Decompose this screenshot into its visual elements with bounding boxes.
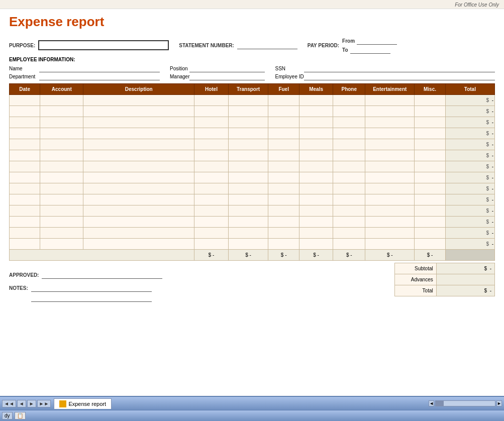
- row-cell[interactable]: [228, 194, 268, 205]
- row-cell[interactable]: [228, 172, 268, 183]
- row-cell[interactable]: [83, 194, 194, 205]
- row-cell[interactable]: [228, 228, 268, 239]
- row-cell[interactable]: [194, 217, 229, 228]
- row-cell[interactable]: [83, 128, 194, 139]
- row-cell[interactable]: [299, 106, 333, 117]
- row-cell[interactable]: [83, 161, 194, 172]
- pay-period-from-input[interactable]: [357, 37, 397, 45]
- row-cell[interactable]: [194, 194, 229, 205]
- row-cell[interactable]: [415, 228, 445, 239]
- row-cell[interactable]: [40, 217, 83, 228]
- row-cell[interactable]: [228, 205, 268, 217]
- row-cell[interactable]: [299, 217, 333, 228]
- row-cell[interactable]: [40, 117, 83, 128]
- row-cell[interactable]: [299, 128, 333, 139]
- row-cell[interactable]: [83, 228, 194, 239]
- row-cell[interactable]: [333, 183, 365, 194]
- table-row[interactable]: $ -: [10, 228, 495, 239]
- row-cell[interactable]: [40, 194, 83, 205]
- row-cell[interactable]: [83, 150, 194, 161]
- row-cell[interactable]: [10, 128, 40, 139]
- row-cell[interactable]: [365, 172, 415, 183]
- row-cell[interactable]: [365, 183, 415, 194]
- row-cell[interactable]: [83, 172, 194, 183]
- row-cell[interactable]: [83, 205, 194, 217]
- row-cell[interactable]: [415, 183, 445, 194]
- table-row[interactable]: $ -: [10, 150, 495, 161]
- row-cell[interactable]: [415, 106, 445, 117]
- notes-input-1[interactable]: [31, 284, 152, 292]
- row-cell[interactable]: [299, 239, 333, 250]
- row-cell[interactable]: [365, 217, 415, 228]
- row-cell[interactable]: [415, 128, 445, 139]
- row-cell[interactable]: [299, 139, 333, 150]
- nav-last-button[interactable]: ►►: [37, 400, 51, 407]
- nav-prev-button[interactable]: ◄: [17, 400, 26, 407]
- row-cell[interactable]: [10, 183, 40, 194]
- row-cell[interactable]: [268, 217, 299, 228]
- row-cell[interactable]: [268, 106, 299, 117]
- row-cell[interactable]: [365, 128, 415, 139]
- row-cell[interactable]: [83, 95, 194, 106]
- row-cell[interactable]: [299, 95, 333, 106]
- row-cell[interactable]: [40, 172, 83, 183]
- row-cell[interactable]: [333, 161, 365, 172]
- row-cell[interactable]: [268, 161, 299, 172]
- row-cell[interactable]: [228, 139, 268, 150]
- row-cell[interactable]: [365, 228, 415, 239]
- row-cell[interactable]: [83, 106, 194, 117]
- scroll-left-button[interactable]: ◄: [429, 400, 434, 406]
- row-cell[interactable]: [365, 161, 415, 172]
- row-cell[interactable]: [365, 239, 415, 250]
- row-cell[interactable]: [268, 150, 299, 161]
- row-cell[interactable]: [10, 161, 40, 172]
- table-row[interactable]: $ -: [10, 239, 495, 250]
- manager-input[interactable]: [189, 72, 265, 80]
- row-cell[interactable]: [40, 183, 83, 194]
- row-cell[interactable]: [299, 228, 333, 239]
- row-cell[interactable]: [40, 239, 83, 250]
- row-cell[interactable]: [333, 139, 365, 150]
- table-row[interactable]: $ -: [10, 139, 495, 150]
- row-cell[interactable]: [40, 205, 83, 217]
- row-cell[interactable]: [194, 139, 229, 150]
- row-cell[interactable]: [228, 161, 268, 172]
- row-cell[interactable]: [40, 95, 83, 106]
- table-row[interactable]: $ -: [10, 106, 495, 117]
- row-cell[interactable]: [365, 95, 415, 106]
- row-cell[interactable]: [194, 205, 229, 217]
- row-cell[interactable]: [228, 217, 268, 228]
- row-cell[interactable]: [83, 217, 194, 228]
- name-input[interactable]: [39, 64, 160, 72]
- row-cell[interactable]: [194, 239, 229, 250]
- row-cell[interactable]: [194, 183, 229, 194]
- row-cell[interactable]: [333, 106, 365, 117]
- table-row[interactable]: $ -: [10, 128, 495, 139]
- row-cell[interactable]: [268, 117, 299, 128]
- row-cell[interactable]: [10, 139, 40, 150]
- table-row[interactable]: $ -: [10, 183, 495, 194]
- row-cell[interactable]: [228, 128, 268, 139]
- nav-first-button[interactable]: ◄◄: [2, 400, 16, 407]
- row-cell[interactable]: [83, 183, 194, 194]
- row-cell[interactable]: [415, 139, 445, 150]
- row-cell[interactable]: [333, 117, 365, 128]
- table-row[interactable]: $ -: [10, 117, 495, 128]
- row-cell[interactable]: [194, 161, 229, 172]
- row-cell[interactable]: [40, 161, 83, 172]
- bottom-bar-btn-1[interactable]: dy: [2, 412, 13, 419]
- row-cell[interactable]: [333, 128, 365, 139]
- table-row[interactable]: $ -: [10, 194, 495, 205]
- row-cell[interactable]: [365, 150, 415, 161]
- row-cell[interactable]: [194, 228, 229, 239]
- row-cell[interactable]: [268, 95, 299, 106]
- row-cell[interactable]: [194, 172, 229, 183]
- row-cell[interactable]: [10, 106, 40, 117]
- table-row[interactable]: $ -: [10, 161, 495, 172]
- row-cell[interactable]: [299, 205, 333, 217]
- row-cell[interactable]: [299, 117, 333, 128]
- row-cell[interactable]: [268, 128, 299, 139]
- position-input[interactable]: [189, 64, 265, 72]
- row-cell[interactable]: [228, 117, 268, 128]
- bottom-bar-btn-2[interactable]: 📋: [15, 412, 26, 419]
